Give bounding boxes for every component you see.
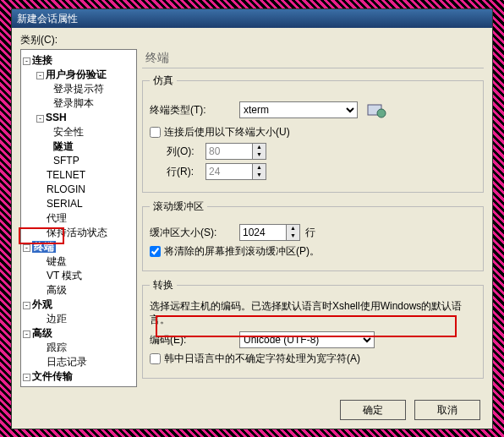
- tree-telnet[interactable]: TELNET: [23, 168, 134, 183]
- conversion-group: 转换 选择远程主机的编码。已选择默认语言时Xshell使用Windows的默认语…: [142, 278, 484, 379]
- use-terminal-size-checkbox[interactable]: [150, 127, 161, 138]
- collapse-icon[interactable]: -: [23, 330, 30, 338]
- tree-keepalive[interactable]: 保持活动状态: [23, 226, 134, 240]
- ok-button[interactable]: 确定: [340, 400, 406, 420]
- tree-advanced-terminal[interactable]: 高级: [23, 283, 134, 298]
- panel-header: 终端: [142, 49, 484, 68]
- terminal-type-select[interactable]: xterm: [239, 101, 358, 118]
- tree-margin[interactable]: 边距: [23, 312, 134, 326]
- collapse-icon[interactable]: -: [23, 302, 30, 309]
- buffer-unit: 行: [305, 226, 315, 240]
- push-scrollback-label: 将清除的屏幕推到滚动缓冲区(P)。: [164, 244, 320, 259]
- emulation-group: 仿真 终端类型(T): xterm 连接后使用以下终端大小(U) 列(O): ▲…: [142, 74, 484, 193]
- tree-advanced[interactable]: -高级: [23, 326, 134, 341]
- collapse-icon[interactable]: -: [36, 115, 44, 123]
- spin-up-icon[interactable]: ▲: [253, 144, 266, 151]
- tree-ssh[interactable]: -SSH: [23, 111, 134, 125]
- category-tree[interactable]: -连接 -用户身份验证 登录提示符 登录脚本 -SSH 安全性 隧道 SFTP …: [20, 49, 137, 387]
- tree-vtmode[interactable]: VT 模式: [23, 269, 134, 283]
- tree-auth[interactable]: -用户身份验证: [23, 68, 134, 82]
- buffer-size-label: 缓冲区大小(S):: [150, 226, 234, 240]
- dialog-window: 新建会话属性 类别(C): -连接 -用户身份验证 登录提示符 登录脚本 -SS…: [11, 8, 493, 429]
- collapse-icon[interactable]: -: [36, 72, 44, 79]
- tree-tunnel[interactable]: 隧道: [23, 139, 134, 154]
- window-title: 新建会话属性: [17, 13, 78, 25]
- tree-xymodem[interactable]: X/YMODEM: [23, 384, 134, 387]
- spin-up-icon[interactable]: ▲: [287, 225, 299, 232]
- terminal-type-label: 终端类型(T):: [150, 103, 234, 117]
- category-label: 类别(C):: [20, 33, 484, 47]
- rows-label: 行(R):: [150, 165, 200, 179]
- spin-down-icon[interactable]: ▼: [253, 172, 266, 179]
- tree-filetransfer[interactable]: -文件传输: [23, 369, 134, 384]
- tree-appearance[interactable]: -外观: [23, 298, 134, 312]
- cancel-button[interactable]: 取消: [414, 400, 480, 420]
- rows-input: [205, 163, 253, 180]
- use-terminal-size-label: 连接后使用以下终端大小(U): [164, 125, 290, 139]
- gear-icon[interactable]: [363, 98, 390, 122]
- spin-down-icon[interactable]: ▼: [287, 232, 299, 240]
- tree-trace[interactable]: 跟踪: [23, 341, 134, 355]
- collapse-icon[interactable]: -: [23, 57, 30, 65]
- titlebar[interactable]: 新建会话属性: [12, 9, 492, 28]
- tree-rlogin[interactable]: RLOGIN: [23, 183, 134, 197]
- cols-input: [205, 143, 253, 160]
- encoding-select[interactable]: Unicode (UTF-8): [239, 331, 375, 348]
- tree-proxy[interactable]: 代理: [23, 211, 134, 226]
- tree-terminal[interactable]: -终端: [23, 240, 134, 254]
- tree-login-script[interactable]: 登录脚本: [23, 96, 134, 111]
- emulation-legend: 仿真: [150, 74, 177, 88]
- collapse-icon[interactable]: -: [23, 374, 30, 381]
- conversion-desc: 选择远程主机的编码。已选择默认语言时Xshell使用Windows的默认语言。: [150, 299, 476, 326]
- spin-up-icon[interactable]: ▲: [253, 164, 266, 172]
- buffer-size-input[interactable]: [239, 224, 287, 241]
- tree-security[interactable]: 安全性: [23, 125, 134, 139]
- spin-down-icon[interactable]: ▼: [253, 151, 266, 159]
- push-scrollback-checkbox[interactable]: [150, 246, 161, 257]
- cjk-wide-label: 韩中日语言中的不确定字符处理为宽字符(A): [164, 352, 360, 366]
- settings-panel: 终端 仿真 终端类型(T): xterm 连接后使用以下终端大小(U) 列(O)…: [142, 49, 484, 393]
- tree-logging[interactable]: 日志记录: [23, 355, 134, 369]
- scrollback-group: 滚动缓冲区 缓冲区大小(S): ▲▼ 行 将清除的屏幕推到滚动缓冲区(P)。: [142, 199, 484, 271]
- conversion-legend: 转换: [150, 278, 177, 292]
- svg-point-1: [377, 109, 386, 117]
- cols-label: 列(O):: [150, 145, 200, 159]
- collapse-icon[interactable]: -: [23, 244, 30, 252]
- scrollback-legend: 滚动缓冲区: [150, 199, 207, 214]
- tree-connection[interactable]: -连接: [23, 53, 134, 68]
- cjk-wide-checkbox[interactable]: [150, 353, 161, 364]
- tree-keyboard[interactable]: 键盘: [23, 254, 134, 269]
- encoding-label: 编码(E):: [150, 333, 234, 347]
- tree-serial[interactable]: SERIAL: [23, 197, 134, 211]
- tree-login-prompt[interactable]: 登录提示符: [23, 82, 134, 96]
- tree-sftp[interactable]: SFTP: [23, 154, 134, 168]
